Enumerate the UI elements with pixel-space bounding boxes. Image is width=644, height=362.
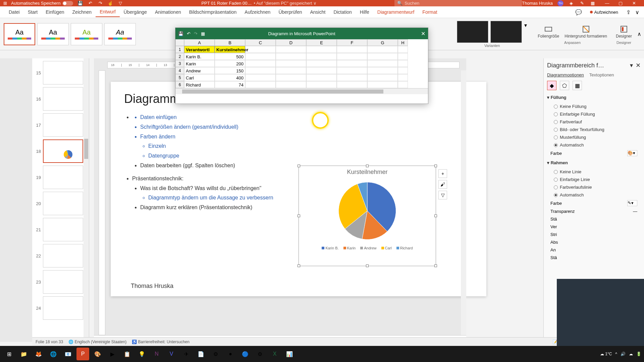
save-icon[interactable]: 💾 (77, 0, 83, 6)
settings-icon[interactable]: ⚙ (254, 348, 266, 360)
app-icon-9[interactable]: 📊 (283, 348, 296, 360)
tab-animationen[interactable]: Animationen (151, 7, 185, 17)
excel-row[interactable]: 4Andrew150 (175, 67, 428, 74)
tab-start[interactable]: Start (24, 7, 42, 17)
excel-redo-icon[interactable]: ↷ (194, 31, 198, 36)
search-box[interactable]: 🔍 Suchen (394, 0, 522, 7)
app-icon-1[interactable]: 🎨 (91, 348, 104, 360)
excel-select-all[interactable] (175, 39, 184, 46)
slide-thumbnail[interactable]: 18 (34, 139, 88, 163)
save-status[interactable]: • Auf "diesem PC" gespeichert ∨ (254, 1, 317, 6)
slide-thumbnail[interactable]: 21 (34, 218, 88, 241)
chart-title[interactable]: Kursteilnehmer (299, 169, 436, 176)
tab-entwurf[interactable]: Entwurf (96, 7, 119, 17)
user-avatar[interactable]: TH (557, 0, 564, 6)
slide-vscrollbar[interactable] (461, 70, 466, 335)
pane-close-button[interactable]: ✕ (636, 62, 641, 69)
app-icon-8[interactable]: 🔵 (239, 348, 252, 360)
effects-icon[interactable]: ⬠ (560, 81, 569, 90)
slide-thumbnail[interactable]: 22 (34, 244, 88, 267)
filename[interactable]: PPT 01 Roter Faden 00… (201, 1, 252, 6)
chart-object[interactable]: Kursteilnehmer Karin B.KarinAndrewCarlRi… (299, 166, 436, 266)
tab-dictation[interactable]: Dictation (329, 7, 356, 17)
excel-row[interactable]: 2Karin B.500 (175, 53, 428, 60)
slide-thumbnail[interactable]: 24 (34, 296, 88, 320)
slide-canvas[interactable]: Diagramm e Daten einfügen Schriftgrößen … (111, 82, 486, 296)
share-icon[interactable]: ⇪ (626, 9, 631, 15)
excel-row[interactable]: 5Carl400 (175, 74, 428, 81)
fill-solid-option[interactable]: Einfarbige Füllung (547, 110, 641, 118)
pie-chart[interactable] (335, 179, 399, 243)
excel-row[interactable]: 6Richard74 (175, 81, 428, 88)
excel-save-icon[interactable]: 💾 (178, 31, 183, 36)
chrome-icon[interactable]: 🌐 (47, 348, 60, 360)
tab-format[interactable]: Format (418, 7, 441, 17)
chart-styles-button[interactable]: 🖌 (438, 180, 447, 189)
slide-thumbnail[interactable]: 15 (34, 61, 88, 84)
theme-thumb-2[interactable]: Aa (37, 23, 69, 45)
close-button[interactable]: ✕ (627, 0, 641, 7)
excel-col-e[interactable]: E (306, 39, 337, 46)
fill-gradient-option[interactable]: Farbverlauf (547, 118, 641, 126)
pen-icon[interactable]: ✎ (579, 0, 585, 6)
tab-diagrammentwurf[interactable]: Diagrammentwurf (373, 7, 418, 17)
tray-chevron-icon[interactable]: ^ (615, 352, 617, 356)
tab-uebergaenge[interactable]: Übergänge (120, 7, 151, 17)
excel-col-g[interactable]: G (367, 39, 398, 46)
tab-ansicht[interactable]: Ansicht (306, 7, 329, 17)
app-icon-3[interactable]: 💡 (136, 348, 148, 360)
legend-item[interactable]: Richard (396, 246, 413, 250)
border-auto-option[interactable]: Automatisch (547, 191, 641, 199)
excel-undo-icon[interactable]: ↶ (187, 31, 191, 36)
minimize-button[interactable]: — (600, 0, 614, 7)
record-button[interactable]: Aufzeichnen (587, 8, 622, 16)
slide-thumbnail[interactable]: 20 (34, 192, 88, 215)
variant-thumb-2[interactable] (490, 21, 522, 43)
format-background-button[interactable]: Hintergrund formatieren (562, 24, 610, 40)
tab-einfuegen[interactable]: Einfügen (42, 7, 68, 17)
from-beginning-icon[interactable]: ▽ (117, 0, 123, 6)
tray-icon-2[interactable]: ☁ (629, 352, 633, 356)
border-solid-option[interactable]: Einfarbige Linie (547, 176, 641, 183)
excel-chart-icon[interactable]: ▦ (201, 31, 205, 36)
tab-hilfe[interactable]: Hilfe (356, 7, 373, 17)
excel-col-f[interactable]: F (337, 39, 367, 46)
variant-thumb-1[interactable] (457, 21, 488, 43)
slide-thumbnail[interactable]: 17 (34, 113, 88, 137)
user-name[interactable]: Thomas Hruska (522, 1, 553, 6)
size-icon[interactable]: ▦ (573, 81, 582, 90)
comments-icon[interactable]: 💬 (575, 9, 582, 15)
excel-row[interactable]: 3Karin200 (175, 60, 428, 67)
weather-widget[interactable]: ☁ 1°C (600, 352, 612, 356)
pane-tab-text[interactable]: Textoptionen (589, 72, 614, 77)
fill-auto-option[interactable]: Automatisch (547, 141, 641, 149)
theme-thumb-3[interactable]: Aa (71, 23, 102, 45)
accessibility-check[interactable]: ♿ Barrierefreiheit: Untersuchen (132, 340, 190, 344)
app-icon-2[interactable]: 📋 (121, 348, 133, 360)
slide-thumbnail[interactable]: 19 (34, 166, 88, 189)
tray-icon-3[interactable]: 🔋 (636, 352, 641, 356)
fill-none-option[interactable]: Keine Füllung (547, 103, 641, 110)
excel-col-b[interactable]: B (215, 39, 245, 46)
app-icon-4[interactable]: V (165, 348, 178, 360)
chart-filters-button[interactable]: ▽ (438, 191, 447, 199)
fill-color-picker[interactable]: 🎨▾ (627, 150, 637, 156)
start-button[interactable]: ⊞ (3, 348, 15, 360)
telegram-icon[interactable]: ✈ (180, 348, 193, 360)
excel-col-d[interactable]: D (276, 39, 306, 46)
excel-col-h[interactable]: H (398, 39, 408, 46)
excel-icon[interactable]: X (268, 348, 281, 360)
toggle-switch[interactable] (62, 1, 73, 6)
chart-elements-button[interactable]: + (438, 169, 447, 178)
file-explorer-icon[interactable]: 📁 (17, 348, 30, 360)
tab-zeichnen[interactable]: Zeichnen (68, 7, 96, 17)
theme-thumb-1[interactable]: Aa (4, 23, 35, 45)
pane-dropdown-icon[interactable]: ▾ (630, 62, 633, 69)
chart-legend[interactable]: Karin B.KarinAndrewCarlRichard (299, 246, 436, 250)
slide-thumbnail[interactable]: 23 (34, 270, 88, 294)
border-gradient-option[interactable]: Farbverlaufslinie (547, 183, 641, 191)
excel-col-a[interactable]: A (184, 39, 215, 46)
app-icon-7[interactable]: ● (224, 348, 237, 360)
fill-section[interactable]: ▾ Füllung (547, 95, 641, 100)
language-indicator[interactable]: 🌐 Englisch (Vereinigte Staaten) (68, 340, 126, 344)
